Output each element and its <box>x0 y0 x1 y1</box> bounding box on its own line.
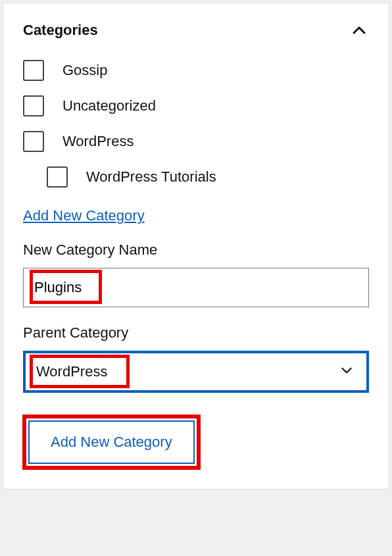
category-label: WordPress <box>62 133 134 150</box>
add-new-category-link[interactable]: Add New Category <box>23 207 145 224</box>
parent-category-label: Parent Category <box>23 324 369 341</box>
panel-header[interactable]: Categories <box>3 3 389 47</box>
submit-button-wrap: Add New Category <box>23 415 200 469</box>
category-item-wordpress-tutorials: WordPress Tutorials <box>23 166 369 188</box>
category-list: Gossip Uncategorized WordPress WordPress… <box>23 60 369 188</box>
add-new-category-button[interactable]: Add New Category <box>28 420 195 464</box>
chevron-up-icon[interactable] <box>349 20 369 40</box>
new-category-name-label: New Category Name <box>23 241 369 259</box>
category-label: WordPress Tutorials <box>86 168 216 186</box>
checkbox-gossip[interactable] <box>23 60 44 81</box>
category-label: Uncategorized <box>62 97 156 114</box>
chevron-down-icon <box>340 364 353 380</box>
category-item-uncategorized: Uncategorized <box>23 95 369 116</box>
parent-category-select[interactable]: WordPress <box>23 351 369 393</box>
checkbox-uncategorized[interactable] <box>23 95 44 116</box>
category-item-gossip: Gossip <box>23 60 369 81</box>
checkbox-wordpress[interactable] <box>23 131 44 152</box>
parent-category-value: WordPress <box>36 363 107 380</box>
new-category-name-input[interactable] <box>23 268 369 307</box>
categories-panel: Categories Gossip Uncategorized WordPres… <box>3 3 389 490</box>
parent-category-wrap: WordPress <box>23 351 369 393</box>
category-label: Gossip <box>62 62 107 79</box>
new-category-name-wrap <box>23 268 369 307</box>
panel-title: Categories <box>23 22 98 39</box>
panel-body: Gossip Uncategorized WordPress WordPress… <box>3 47 389 489</box>
category-item-wordpress: WordPress <box>23 131 369 152</box>
checkbox-wordpress-tutorials[interactable] <box>47 166 68 188</box>
